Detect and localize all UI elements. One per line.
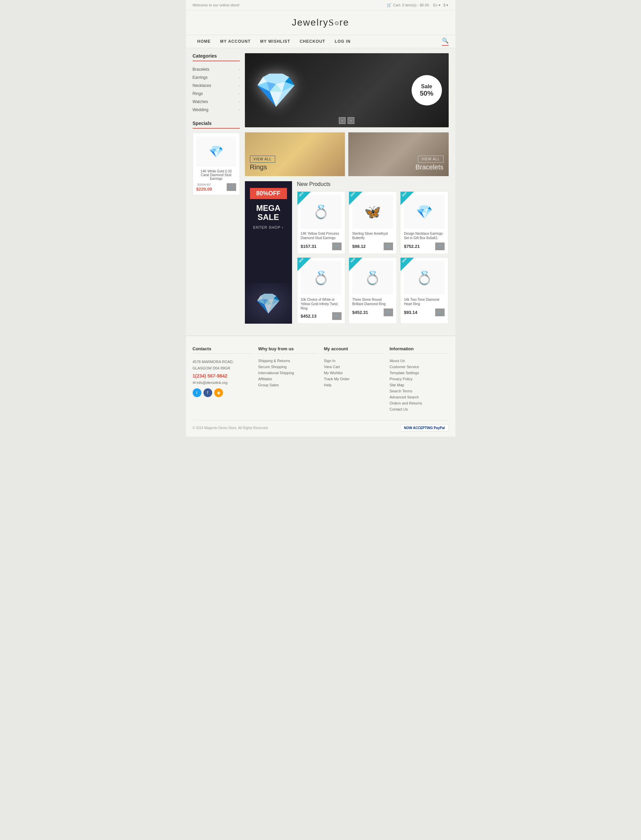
product-footer: $98.12 🛒 (352, 243, 393, 250)
footer-link-group-sales[interactable]: Group Sales (258, 383, 317, 387)
add-to-cart-button[interactable]: 🛒 (332, 243, 341, 250)
add-to-cart-button[interactable]: 🛒 (384, 243, 393, 250)
footer-account: My account Sign In View Cart My Wishlist… (324, 346, 383, 413)
products-grid: NEW 💍 14K Yellow Gold Princess Diamond S… (297, 191, 449, 323)
footer-contacts: Contacts 4578 MARMORA ROAD, GLASGOW D04 … (193, 346, 251, 413)
footer-link-help[interactable]: Help (324, 383, 383, 387)
logo[interactable]: JewelryS⊙re (193, 17, 449, 28)
mega-sale-text2: SALE (250, 213, 287, 221)
hero-navigation: ‹ › (339, 117, 354, 124)
footer-link-affiliates[interactable]: Affiliates (258, 377, 317, 381)
copyright-text: © 2014 Magento Demo Store. All Rights Re… (193, 426, 269, 430)
sidebar-item-necklaces[interactable]: Necklaces› (193, 82, 240, 90)
add-to-cart-button[interactable]: 🛒 (384, 309, 393, 316)
sidebar-item-bracelets[interactable]: Bracelets› (193, 65, 240, 73)
footer-link-customer-service[interactable]: Customer Service (390, 365, 449, 369)
footer-link-track-order[interactable]: Track My Order (324, 377, 383, 381)
product-footer: $93.14 🛒 (404, 309, 445, 316)
sidebar-categories: Categories Bracelets› Earrings› Necklace… (193, 53, 240, 114)
footer-account-title: My account (324, 346, 383, 354)
mega-sale-text1: MEGA (250, 204, 287, 212)
footer-link-international-shipping[interactable]: International Shipping (258, 371, 317, 375)
footer-link-about-us[interactable]: About Us (390, 359, 449, 363)
chevron-right-icon: › (238, 68, 240, 71)
logo-ring-icon: S (329, 17, 335, 27)
sidebar-item-earrings[interactable]: Earrings› (193, 73, 240, 82)
product-price: $452.13 (301, 314, 317, 319)
product-card: NEW 💍 10k Choice of White or Yellow Gold… (297, 257, 345, 323)
add-to-cart-button[interactable]: 🛒 (332, 312, 341, 320)
footer-bottom: © 2014 Magento Demo Store. All Rights Re… (193, 420, 449, 431)
top-bar-right: 🛒 Cart: 0 item(s) - $0.00 En $ (387, 3, 449, 7)
footer-link-site-map[interactable]: Site Map (390, 383, 449, 387)
nav-login[interactable]: LOG IN (330, 35, 355, 48)
logo-section: JewelryS⊙re (186, 10, 456, 35)
nav-home[interactable]: HOME (193, 35, 216, 48)
content-area: 💎 Sale 50% ‹ › Rings VIEW ALL Bracelets (245, 53, 449, 330)
footer-link-orders-returns[interactable]: Orders and Returns (390, 401, 449, 405)
add-to-cart-button[interactable]: 🛒 (435, 309, 445, 316)
nav-checkout[interactable]: CHECKOUT (295, 35, 330, 48)
footer-grid: Contacts 4578 MARMORA ROAD, GLASGOW D04 … (193, 346, 449, 413)
facebook-button[interactable]: f (203, 388, 212, 397)
product-name: Design Necklace Earrings Set in Gift Box… (404, 232, 445, 241)
chevron-right-icon: › (238, 84, 240, 88)
footer-phone[interactable]: 1(234) 567-9842 (193, 373, 251, 378)
product-footer: $452.13 🛒 (301, 312, 341, 320)
footer-link-sign-in[interactable]: Sign In (324, 359, 383, 363)
enter-shop-button[interactable]: ENTER SHOP (250, 225, 287, 229)
mega-off-badge: 80%OFF (250, 188, 287, 199)
rings-banner-label: Rings (250, 163, 267, 171)
categories-title: Categories (193, 53, 240, 61)
sidebar-item-watches[interactable]: Watches› (193, 98, 240, 106)
footer-link-privacy-policy[interactable]: Privacy Policy (390, 377, 449, 381)
footer-link-secure-shopping[interactable]: Secure Shopping (258, 365, 317, 369)
search-icon[interactable]: 🔍 (442, 37, 449, 46)
hero-prev-button[interactable]: ‹ (339, 117, 346, 124)
special-product: 14K White Gold 0.33 Carat Diamond Stud E… (193, 133, 240, 195)
special-add-to-cart-button[interactable]: 🛒 (227, 183, 236, 191)
product-card: NEW 💍 14k Two-Tone Diamond Heart Ring $9… (400, 257, 448, 323)
product-name: Sterling Silver Amethyst Butterfly (352, 232, 393, 241)
cart-info[interactable]: 🛒 Cart: 0 item(s) - $0.00 (387, 3, 429, 7)
footer-link-contact-us[interactable]: Contact Us (390, 407, 449, 411)
special-product-image (196, 137, 236, 167)
twitter-button[interactable]: t (193, 388, 201, 397)
footer-why-title: Why buy from us (258, 346, 317, 354)
specials-title: Specials (193, 121, 240, 129)
footer-link-my-wishlist[interactable]: My Wishlist (324, 371, 383, 375)
bracelets-banner[interactable]: Bracelets VIEW ALL (348, 132, 449, 176)
sidebar-item-rings[interactable]: Rings› (193, 90, 240, 98)
product-price: $98.12 (352, 244, 366, 249)
rings-view-all-button[interactable]: VIEW ALL (250, 156, 275, 163)
currency-dropdown[interactable]: $ (443, 3, 448, 7)
footer-link-search-terms[interactable]: Search Terms (390, 389, 449, 393)
sidebar-item-wedding[interactable]: Wedding› (193, 106, 240, 114)
bracelets-view-all-button[interactable]: VIEW ALL (418, 156, 444, 163)
footer-link-view-cart[interactable]: View Cart (324, 365, 383, 369)
footer-link-advanced-search[interactable]: Advanced Search (390, 395, 449, 399)
nav-wishlist[interactable]: MY WISHLIST (255, 35, 295, 48)
footer-link-template-settings[interactable]: Template Settings (390, 371, 449, 375)
new-badge-corner (298, 191, 311, 205)
special-product-name: 14K White Gold 0.33 Carat Diamond Stud E… (196, 169, 236, 180)
special-product-prices: $234.87 $220.00 (196, 183, 212, 191)
add-to-cart-button[interactable]: 🛒 (435, 243, 445, 250)
welcome-message: Welcome to our online store! (193, 3, 240, 7)
rss-button[interactable]: ◉ (214, 388, 223, 397)
email-icon: ✉ (193, 381, 196, 385)
bracelets-banner-label: Bracelets (416, 163, 443, 171)
footer-social: t f ◉ (193, 388, 251, 397)
rings-banner[interactable]: Rings VIEW ALL (245, 132, 345, 176)
product-card: NEW 🦋 Sterling Silver Amethyst Butterfly… (349, 191, 397, 254)
sidebar: Categories Bracelets› Earrings› Necklace… (193, 53, 240, 330)
hero-next-button[interactable]: › (348, 117, 354, 124)
lang-dropdown[interactable]: En (433, 3, 441, 7)
special-price-old: $234.87 (196, 183, 212, 187)
nav-account[interactable]: MY ACCOUNT (216, 35, 256, 48)
footer-address: 4578 MARMORA ROAD, GLASGOW D04 89GR (193, 359, 251, 371)
product-name: 14K Yellow Gold Princess Diamond Stud Ea… (301, 232, 341, 241)
cart-label: Cart: 0 item(s) - $0.00 (393, 3, 429, 7)
footer-link-shipping-returns[interactable]: Shipping & Returns (258, 359, 317, 363)
footer-email: ✉ info@demolink.org (193, 381, 251, 385)
